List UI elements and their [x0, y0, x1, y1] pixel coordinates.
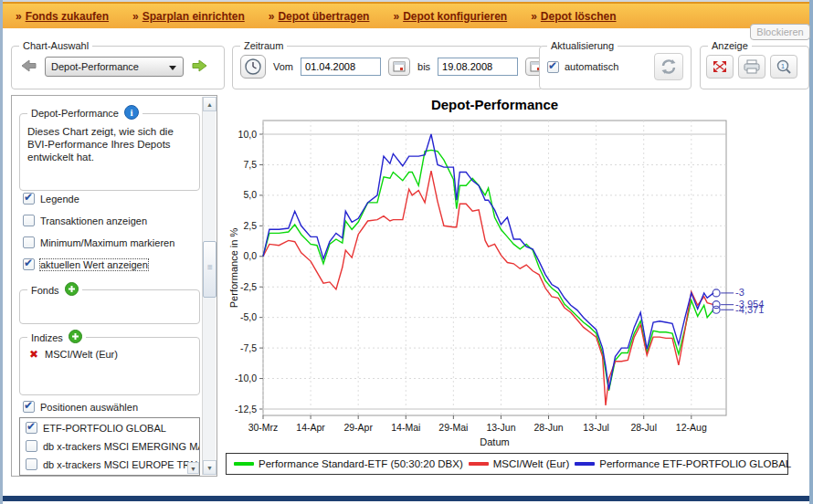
checkbox[interactable]: [547, 61, 559, 73]
svg-text:-10,0: -10,0: [235, 373, 257, 383]
legend-entry-etf-portfolio-global: Performance ETF-PORTFOLIO GLOBAL: [575, 458, 791, 469]
svg-text:28-Jun: 28-Jun: [533, 422, 563, 433]
chevron-bullet-icon: »: [531, 10, 537, 23]
svg-text:5,0: 5,0: [243, 189, 257, 200]
refresh-panel: Aktualisierung automatisch: [539, 40, 692, 89]
checkbox-label: aktuellen Wert anzeigen: [40, 259, 148, 270]
svg-text:Datum: Datum: [480, 436, 509, 447]
svg-text:2,5: 2,5: [243, 220, 257, 231]
add-index-icon[interactable]: [69, 330, 82, 345]
checkbox[interactable]: [23, 193, 35, 205]
blockieren-button[interactable]: Blockieren: [750, 24, 810, 40]
performance-chart: 10,07,55,02,50,0-2,5-5,0-7,5-10,0-12,530…: [227, 95, 808, 453]
legend-swatch-green: [234, 462, 254, 466]
select-positions-checkbox-row[interactable]: Positionen auswählen: [23, 401, 138, 413]
menu-item-fonds-zukaufen[interactable]: »Fonds zukaufen: [16, 10, 109, 23]
legend-swatch-red: [469, 462, 489, 466]
svg-text:14-Apr: 14-Apr: [296, 422, 325, 433]
svg-text:10,0: 10,0: [238, 129, 258, 140]
checkbox[interactable]: [26, 422, 37, 434]
index-label: MSCI/Welt (Eur): [45, 349, 118, 360]
window-left-edge: [0, 0, 3, 504]
clock-icon[interactable]: [240, 55, 266, 79]
scrollbar-up-icon[interactable]: ▲: [203, 97, 216, 111]
checkbox-label: Transaktionen anzeigen: [40, 215, 147, 226]
window-right-edge: [809, 0, 813, 504]
menu-item-depot-loeschen[interactable]: »Depot löschen: [531, 10, 616, 23]
legend-label: Performance Standard-ETF (50:30:20 DBX): [259, 458, 463, 469]
refresh-legend: Aktualisierung: [547, 40, 618, 51]
checkbox[interactable]: [23, 236, 35, 248]
info-icon[interactable]: i: [124, 105, 139, 121]
add-fonds-icon[interactable]: [65, 282, 79, 298]
display-panel: Anzeige: [700, 40, 809, 89]
chevron-bullet-icon: »: [16, 10, 22, 23]
automatic-refresh-checkbox-row[interactable]: automatisch: [547, 61, 618, 73]
svg-text:-5,0: -5,0: [240, 311, 257, 322]
list-item-label: ETF-PORTFOLIO GLOBAL: [43, 423, 166, 434]
checkbox[interactable]: [26, 440, 37, 452]
chevron-bullet-icon: »: [132, 10, 139, 23]
chevron-down-icon: [169, 66, 176, 70]
sidebar-scrollbar[interactable]: ▲ ▼: [202, 97, 216, 475]
list-item[interactable]: db x-trackers MSCI EUROPE TRN IN: [20, 455, 199, 473]
list-item-label: db x-trackers MSCI EUROPE TRN IN: [43, 459, 199, 470]
calendar-icon[interactable]: [388, 58, 410, 76]
checkbox[interactable]: [23, 258, 35, 270]
list-item[interactable]: ETF-PORTFOLIO GLOBAL: [20, 418, 199, 436]
fullscreen-icon[interactable]: [706, 55, 734, 79]
next-chart-arrow-icon[interactable]: [191, 57, 209, 77]
legend-swatch-blue: [575, 462, 595, 466]
svg-text:13-Jul: 13-Jul: [583, 422, 609, 433]
from-date-input[interactable]: [301, 58, 381, 76]
chart-type-dropdown-value: Depot-Performance: [51, 61, 139, 72]
chart-area: Depot-Performance 10,07,55,02,50,0-2,5-5…: [227, 95, 808, 488]
svg-text:29-Apr: 29-Apr: [343, 422, 373, 433]
checkbox[interactable]: [23, 401, 35, 413]
checkbox-label: Minimum/Maximum markieren: [40, 237, 174, 248]
chart-select-panel: Chart-Auswahl Depot-Performance: [11, 40, 225, 89]
svg-text:-2,5: -2,5: [240, 281, 257, 292]
previous-chart-arrow-icon[interactable]: [19, 57, 37, 77]
svg-text:28-Jul: 28-Jul: [630, 422, 657, 433]
fonds-box: Fonds: [19, 282, 200, 324]
list-item[interactable]: db x-trackers MSCI EMERGING MAR: [20, 436, 199, 455]
zoom-icon[interactable]: 1: [770, 55, 797, 79]
checkbox[interactable]: [23, 215, 35, 226]
chart-type-dropdown[interactable]: Depot-Performance: [45, 57, 184, 77]
legend-checkbox-row[interactable]: Legende: [23, 193, 79, 205]
svg-text:1: 1: [781, 63, 785, 69]
menubar: »Fonds zukaufen »Sparplan einrichten »De…: [3, 2, 809, 28]
period-legend: Zeitraum: [240, 40, 287, 51]
transactions-checkbox-row[interactable]: Transaktionen anzeigen: [23, 215, 147, 226]
svg-text:-3: -3: [735, 287, 744, 298]
current-value-checkbox-row[interactable]: aktuellen Wert anzeigen: [23, 258, 148, 270]
list-scroll-down-icon[interactable]: ▼: [187, 462, 199, 474]
minmax-checkbox-row[interactable]: Minimum/Maximum markieren: [23, 236, 174, 248]
display-legend: Anzeige: [708, 40, 752, 51]
chart-description: Dieses Chart zeigt, wie sich die BVI-Per…: [20, 121, 199, 167]
svg-text:13-Jun: 13-Jun: [486, 422, 515, 433]
svg-text:-3,954: -3,954: [735, 299, 764, 310]
checkbox[interactable]: [26, 458, 37, 470]
indizes-box: Indizes ✖ MSCI/Welt (Eur): [19, 330, 200, 395]
svg-text:-12,5: -12,5: [235, 404, 257, 415]
remove-index-icon[interactable]: ✖: [29, 349, 38, 360]
chart-legend: Performance Standard-ETF (50:30:20 DBX) …: [226, 453, 788, 475]
print-icon[interactable]: [738, 55, 765, 79]
svg-text:30-Mrz: 30-Mrz: [248, 422, 279, 433]
chart-options-sidebar: Depot-Performance i Dieses Chart zeigt, …: [11, 95, 217, 477]
chart-info-title: Depot-Performance: [31, 108, 119, 119]
scrollbar-down-icon[interactable]: ▼: [203, 460, 216, 475]
scrollbar-thumb[interactable]: [203, 241, 216, 298]
application-window: »Fonds zukaufen »Sparplan einrichten »De…: [0, 0, 813, 504]
svg-text:12-Aug: 12-Aug: [676, 422, 707, 433]
list-item-label: db x-trackers MSCI EMERGING MAR: [43, 441, 199, 452]
to-date-input[interactable]: [438, 58, 518, 76]
menu-item-depot-uebertragen[interactable]: »Depot übertragen: [269, 10, 370, 23]
menu-item-depot-konfigurieren[interactable]: »Depot konfigurieren: [393, 10, 507, 23]
fonds-title: Fonds: [31, 285, 59, 296]
menu-item-sparplan-einrichten[interactable]: »Sparplan einrichten: [132, 10, 245, 23]
refresh-icon[interactable]: [654, 53, 683, 80]
svg-text:Performance in %: Performance in %: [228, 228, 239, 309]
